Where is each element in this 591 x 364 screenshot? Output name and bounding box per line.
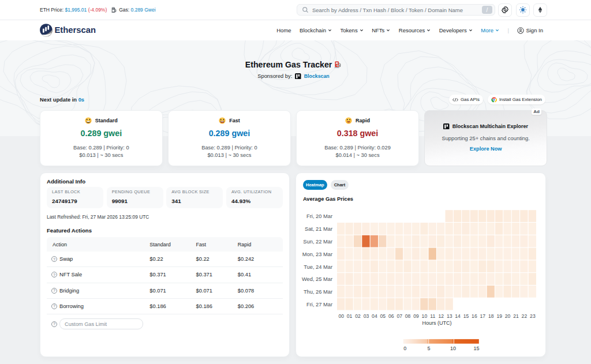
svg-text:0: 0 <box>403 346 406 351</box>
svg-text:10: 10 <box>422 313 428 318</box>
svg-text:Hours (UTC): Hours (UTC) <box>422 320 452 326</box>
svg-text:15: 15 <box>463 313 469 318</box>
svg-text:23: 23 <box>530 313 536 318</box>
svg-text:14: 14 <box>455 313 461 318</box>
svg-text:Wed, 25 Mar: Wed, 25 Mar <box>302 276 332 282</box>
svg-text:06: 06 <box>388 313 394 318</box>
svg-text:00: 00 <box>338 313 344 318</box>
svg-text:22: 22 <box>522 313 528 318</box>
svg-text:20: 20 <box>505 313 511 318</box>
svg-text:Sat, 21 Mar: Sat, 21 Mar <box>305 226 332 232</box>
svg-text:08: 08 <box>405 313 411 318</box>
svg-text:5: 5 <box>427 346 430 351</box>
svg-text:16: 16 <box>472 313 477 318</box>
svg-text:07: 07 <box>397 313 402 318</box>
svg-text:12: 12 <box>438 313 444 318</box>
svg-text:10: 10 <box>450 346 456 351</box>
svg-text:Sun, 22 Mar: Sun, 22 Mar <box>303 239 332 245</box>
svg-text:09: 09 <box>413 313 419 318</box>
svg-text:02: 02 <box>355 313 361 318</box>
svg-text:Fri, 20 Mar: Fri, 20 Mar <box>306 213 332 219</box>
svg-text:05: 05 <box>380 313 386 318</box>
svg-text:04: 04 <box>372 313 377 318</box>
svg-text:13: 13 <box>447 313 452 318</box>
svg-text:15: 15 <box>473 346 479 351</box>
svg-text:01: 01 <box>347 313 353 318</box>
svg-text:Tue, 24 Mar: Tue, 24 Mar <box>304 264 332 269</box>
svg-text:21: 21 <box>513 313 519 318</box>
svg-text:03: 03 <box>364 313 369 318</box>
svg-text:17: 17 <box>480 313 486 318</box>
svg-text:18: 18 <box>488 313 494 318</box>
svg-text:19: 19 <box>496 313 502 318</box>
svg-text:Mon, 23 Mar: Mon, 23 Mar <box>302 251 332 257</box>
svg-text:Thu, 26 Mar: Thu, 26 Mar <box>304 289 332 295</box>
svg-text:Fri, 27 Mar: Fri, 27 Mar <box>306 302 332 307</box>
svg-text:Etherscan: Etherscan <box>55 25 96 35</box>
svg-text:11: 11 <box>430 313 435 318</box>
